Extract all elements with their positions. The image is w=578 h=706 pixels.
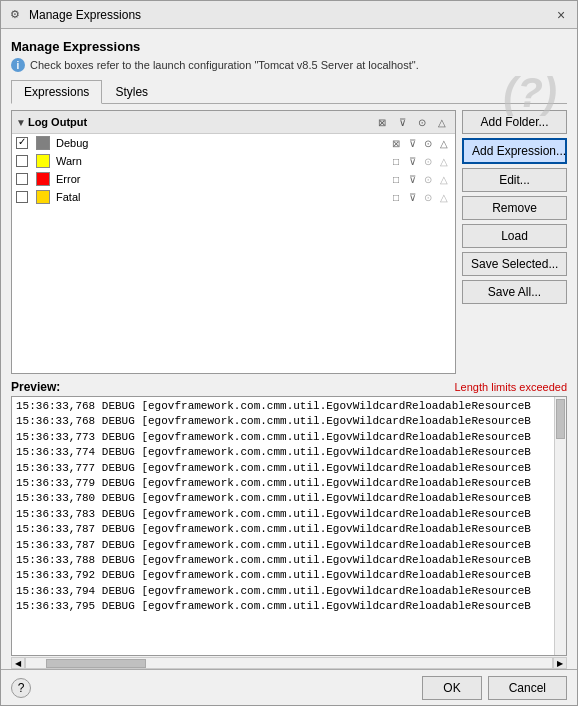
tree-items-list: Debug ⊠ ⊽ ⊙ △ Warn □ [12,134,455,373]
load-button[interactable]: Load [462,224,567,248]
save-all-button[interactable]: Save All... [462,280,567,304]
dialog-icon: ⚙ [7,7,23,23]
error-filter-icon[interactable]: ⊽ [405,174,419,185]
fatal-label: Fatal [56,191,383,203]
header-filter-icon[interactable]: ⊽ [393,113,411,131]
preview-line: 15:36:33,795 DEBUG [egovframework.com.cm… [16,599,562,614]
fatal-circle-icon[interactable]: ⊙ [421,192,435,203]
tree-group-label: Log Output [28,116,371,128]
error-checkbox[interactable] [16,173,28,185]
dialog-body: Manage Expressions i Check boxes refer t… [1,29,577,669]
footer-left: ? [11,678,31,698]
list-item[interactable]: Error □ ⊽ ⊙ △ [12,170,455,188]
tab-styles[interactable]: Styles [102,80,161,103]
preview-area: Preview: Length limits exceeded 15:36:33… [11,380,567,669]
warn-triangle-icon[interactable]: △ [437,156,451,167]
debug-color-box [36,136,50,150]
preview-line: 15:36:33,768 DEBUG [egovframework.com.cm… [16,399,562,414]
manage-expressions-dialog: ⚙ Manage Expressions × Manage Expression… [0,0,578,706]
title-bar-text: Manage Expressions [29,8,551,22]
scroll-right-arrow[interactable]: ▶ [553,657,567,669]
warn-color-box [36,154,50,168]
info-row: i Check boxes refer to the launch config… [11,58,567,72]
tree-group-header[interactable]: ▼ Log Output ⊠ ⊽ ⊙ △ [12,111,455,134]
preview-line: 15:36:33,780 DEBUG [egovframework.com.cm… [16,491,562,506]
preview-line: 15:36:33,773 DEBUG [egovframework.com.cm… [16,430,562,445]
group-header-icons: ⊠ ⊽ ⊙ △ [373,113,451,131]
dialog-heading: Manage Expressions [11,39,567,54]
list-item[interactable]: Debug ⊠ ⊽ ⊙ △ [12,134,455,152]
preview-line: 15:36:33,794 DEBUG [egovframework.com.cm… [16,584,562,599]
fatal-color-box [36,190,50,204]
error-item-icons: □ ⊽ ⊙ △ [389,174,451,185]
horizontal-scrollbar[interactable] [25,657,553,669]
buttons-panel: Add Folder... Add Expression... Edit... … [462,110,567,374]
fatal-checkbox[interactable] [16,191,28,203]
preview-line: 15:36:33,777 DEBUG [egovframework.com.cm… [16,461,562,476]
error-triangle-icon[interactable]: △ [437,174,451,185]
ok-button[interactable]: OK [422,676,481,700]
preview-header: Preview: Length limits exceeded [11,380,567,394]
preview-line: 15:36:33,788 DEBUG [egovframework.com.cm… [16,553,562,568]
list-item[interactable]: Warn □ ⊽ ⊙ △ [12,152,455,170]
header-check-icon[interactable]: ⊠ [373,113,391,131]
debug-check-icon[interactable]: ⊠ [389,138,403,149]
horizontal-scrollbar-area: ◀ ▶ [11,657,567,669]
scroll-left-arrow[interactable]: ◀ [11,657,25,669]
warn-circle-icon[interactable]: ⊙ [421,156,435,167]
preview-line: 15:36:33,792 DEBUG [egovframework.com.cm… [16,568,562,583]
preview-line: 15:36:33,787 DEBUG [egovframework.com.cm… [16,522,562,537]
warn-checkbox[interactable] [16,155,28,167]
error-label: Error [56,173,383,185]
tree-panel: ▼ Log Output ⊠ ⊽ ⊙ △ Debug [11,110,456,374]
footer-buttons: OK Cancel [422,676,567,700]
add-expression-button[interactable]: Add Expression... [462,138,567,164]
tabs-row: Expressions Styles [11,80,567,104]
warn-item-icons: □ ⊽ ⊙ △ [389,156,451,167]
list-item[interactable]: Fatal □ ⊽ ⊙ △ [12,188,455,206]
expand-arrow-icon: ▼ [16,117,26,128]
debug-filter-icon[interactable]: ⊽ [405,138,419,149]
preview-line: 15:36:33,779 DEBUG [egovframework.com.cm… [16,476,562,491]
tab-expressions[interactable]: Expressions [11,80,102,104]
save-selected-button[interactable]: Save Selected... [462,252,567,276]
title-bar: ⚙ Manage Expressions × [1,1,577,29]
question-mark-decoration: (?) [503,69,557,117]
debug-label: Debug [56,137,383,149]
fatal-check-icon[interactable]: □ [389,192,403,203]
cancel-button[interactable]: Cancel [488,676,567,700]
debug-checkbox[interactable] [16,137,28,149]
debug-item-icons: ⊠ ⊽ ⊙ △ [389,138,451,149]
help-button[interactable]: ? [11,678,31,698]
preview-line: 15:36:33,768 DEBUG [egovframework.com.cm… [16,414,562,429]
preview-note: Length limits exceeded [454,381,567,393]
fatal-filter-icon[interactable]: ⊽ [405,192,419,203]
vertical-scrollbar-thumb[interactable] [556,399,565,439]
warn-filter-icon[interactable]: ⊽ [405,156,419,167]
fatal-triangle-icon[interactable]: △ [437,192,451,203]
preview-box[interactable]: 15:36:33,768 DEBUG [egovframework.com.cm… [11,396,567,656]
warn-check-icon[interactable]: □ [389,156,403,167]
error-color-box [36,172,50,186]
vertical-scrollbar[interactable] [554,397,566,655]
error-circle-icon[interactable]: ⊙ [421,174,435,185]
warn-label: Warn [56,155,383,167]
debug-triangle-icon[interactable]: △ [437,138,451,149]
fatal-item-icons: □ ⊽ ⊙ △ [389,192,451,203]
edit-button[interactable]: Edit... [462,168,567,192]
main-area: ▼ Log Output ⊠ ⊽ ⊙ △ Debug [11,110,567,374]
preview-label: Preview: [11,380,60,394]
footer: ? OK Cancel [1,669,577,705]
info-icon: i [11,58,25,72]
preview-line: 15:36:33,774 DEBUG [egovframework.com.cm… [16,445,562,460]
horizontal-scrollbar-thumb[interactable] [46,659,146,668]
header-triangle-icon[interactable]: △ [433,113,451,131]
preview-line: 15:36:33,783 DEBUG [egovframework.com.cm… [16,507,562,522]
info-text: Check boxes refer to the launch configur… [30,59,419,71]
close-button[interactable]: × [551,5,571,25]
remove-button[interactable]: Remove [462,196,567,220]
header-circle-icon[interactable]: ⊙ [413,113,431,131]
preview-lines-container: 15:36:33,768 DEBUG [egovframework.com.cm… [16,399,562,614]
error-check-icon[interactable]: □ [389,174,403,185]
debug-circle-icon[interactable]: ⊙ [421,138,435,149]
